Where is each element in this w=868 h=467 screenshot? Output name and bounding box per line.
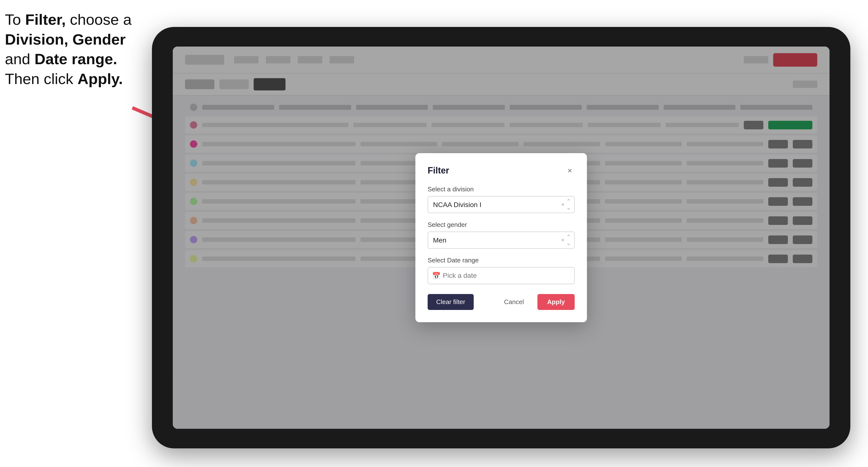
- modal-footer-right: Cancel Apply: [496, 294, 575, 310]
- instruction-bold-division: Division, Gender: [5, 31, 126, 48]
- modal-overlay: Filter × Select a division NCAA Division…: [173, 46, 830, 429]
- gender-form-group: Select gender Men × ⌃⌄: [428, 221, 575, 249]
- tablet-screen: Filter × Select a division NCAA Division…: [173, 46, 830, 429]
- modal-footer: Clear filter Cancel Apply: [428, 294, 575, 310]
- date-input[interactable]: [428, 267, 575, 284]
- tablet-frame: Filter × Select a division NCAA Division…: [152, 27, 850, 448]
- modal-close-button[interactable]: ×: [565, 166, 575, 176]
- filter-modal: Filter × Select a division NCAA Division…: [415, 153, 587, 322]
- instruction-line3: and Date range.: [5, 51, 117, 67]
- cancel-button[interactable]: Cancel: [496, 294, 532, 310]
- date-input-wrapper: 📅: [428, 267, 575, 284]
- division-select[interactable]: NCAA Division I: [428, 196, 575, 213]
- gender-label: Select gender: [428, 221, 575, 228]
- division-form-group: Select a division NCAA Division I × ⌃⌄: [428, 185, 575, 213]
- date-form-group: Select Date range 📅: [428, 256, 575, 284]
- instruction-line4: Then click Apply.: [5, 70, 123, 87]
- division-select-wrapper: NCAA Division I × ⌃⌄: [428, 196, 575, 213]
- instruction-text: To Filter, choose a Division, Gender and…: [5, 10, 142, 89]
- modal-title: Filter: [428, 165, 449, 176]
- gender-select[interactable]: Men: [428, 231, 575, 249]
- instruction-line1: To Filter, choose a: [5, 11, 132, 28]
- gender-clear-icon[interactable]: ×: [561, 237, 564, 243]
- gender-select-wrapper: Men × ⌃⌄: [428, 231, 575, 249]
- division-label: Select a division: [428, 185, 575, 193]
- modal-header: Filter ×: [428, 165, 575, 176]
- apply-button[interactable]: Apply: [537, 294, 575, 310]
- division-clear-icon[interactable]: ×: [561, 201, 564, 208]
- clear-filter-button[interactable]: Clear filter: [428, 294, 474, 310]
- date-label: Select Date range: [428, 256, 575, 264]
